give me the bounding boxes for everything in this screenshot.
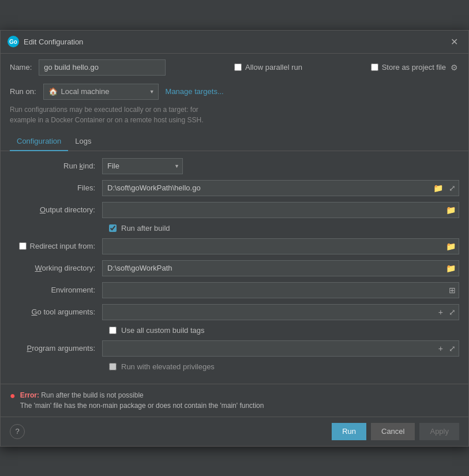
- files-row: Files: 📁 ⤢: [10, 180, 459, 196]
- working-dir-row: Working directory: 📁: [10, 260, 459, 276]
- files-label: Files:: [10, 183, 102, 192]
- custom-build-tags-label[interactable]: Use all custom build tags: [121, 326, 205, 335]
- run-on-value: Local machine: [61, 87, 110, 96]
- environment-input[interactable]: [102, 282, 459, 298]
- working-dir-folder-button[interactable]: 📁: [444, 263, 458, 274]
- cancel-button[interactable]: Cancel: [371, 423, 415, 440]
- go-icon: Go: [7, 36, 19, 47]
- store-project-label[interactable]: Store as project file: [382, 63, 446, 72]
- go-tool-args-plus-button[interactable]: +: [436, 306, 445, 318]
- working-dir-input-area: 📁: [102, 260, 459, 276]
- error-bold: Error:: [20, 391, 39, 399]
- close-button[interactable]: ✕: [447, 35, 462, 48]
- dialog-title: Edit Configuration: [24, 38, 83, 46]
- go-tool-args-buttons: + ⤢: [436, 306, 458, 318]
- allow-parallel-label[interactable]: Allow parallel run: [245, 63, 302, 72]
- error-message2: The 'main' file has the non-main package…: [20, 402, 264, 410]
- output-dir-folder-button[interactable]: 📁: [444, 204, 458, 216]
- run-kind-label: Run kind:: [10, 162, 102, 170]
- run-kind-select[interactable]: File Package Directory: [102, 158, 183, 174]
- files-input-buttons: 📁 ⤢: [431, 182, 458, 194]
- store-project-group: Store as project file ⚙: [371, 63, 459, 72]
- tabs: Configuration Logs: [1, 132, 468, 151]
- output-dir-buttons: 📁: [444, 204, 458, 216]
- program-args-label: Program arguments:: [10, 344, 102, 353]
- working-dir-input[interactable]: [102, 260, 459, 276]
- custom-build-tags-checkbox[interactable]: [109, 327, 117, 334]
- run-elevated-checkbox[interactable]: [109, 363, 117, 370]
- run-kind-row: Run kind: File Package Directory: [10, 158, 459, 174]
- output-dir-input[interactable]: [102, 202, 459, 218]
- run-button[interactable]: Run: [332, 423, 366, 440]
- go-tool-args-label: Go tool arguments:: [10, 308, 102, 316]
- environment-input-area: ⊞: [102, 282, 459, 298]
- info-line1: Run configurations may be executed local…: [10, 106, 198, 114]
- name-label: Name:: [10, 63, 32, 72]
- name-input[interactable]: [39, 59, 166, 76]
- environment-buttons: ⊞: [447, 284, 458, 296]
- tab-configuration[interactable]: Configuration: [10, 132, 68, 151]
- help-button[interactable]: ?: [10, 424, 25, 439]
- error-bar: ● Error: Run after the build is not poss…: [1, 384, 468, 417]
- files-input-area: 📁 ⤢: [102, 180, 459, 196]
- program-args-expand-button[interactable]: ⤢: [447, 343, 458, 354]
- allow-parallel-checkbox[interactable]: [234, 63, 242, 71]
- redirect-input-checkbox[interactable]: [19, 242, 27, 250]
- run-elevated-label[interactable]: Run with elevated privileges: [121, 362, 215, 371]
- redirect-input-area: 📁: [102, 238, 459, 254]
- output-dir-label: Output directory:: [10, 205, 102, 214]
- run-kind-select-wrapper: File Package Directory: [102, 158, 183, 174]
- go-tool-args-row: Go tool arguments: + ⤢: [10, 304, 459, 320]
- footer-buttons: Run Cancel Apply: [332, 423, 459, 440]
- title-bar: Go Edit Configuration ✕: [1, 31, 468, 54]
- run-after-build-row: Run after build: [10, 224, 459, 233]
- go-tool-args-input[interactable]: [102, 304, 459, 320]
- redirect-label-area: Redirect input from:: [10, 242, 102, 250]
- go-tool-args-expand-button[interactable]: ⤢: [447, 306, 458, 318]
- redirect-input-row: Redirect input from: 📁: [10, 238, 459, 254]
- custom-build-tags-row: Use all custom build tags: [10, 326, 459, 335]
- store-project-checkbox[interactable]: [371, 63, 378, 71]
- redirect-input-buttons: 📁: [444, 241, 458, 252]
- store-project-gear-button[interactable]: ⚙: [449, 63, 459, 72]
- error-icon: ●: [10, 391, 16, 401]
- output-dir-row: Output directory: 📁: [10, 202, 459, 218]
- environment-row: Environment: ⊞: [10, 282, 459, 298]
- go-tool-args-input-area: + ⤢: [102, 304, 459, 320]
- manage-targets-link[interactable]: Manage targets...: [166, 87, 224, 96]
- apply-button[interactable]: Apply: [419, 423, 459, 440]
- output-dir-input-area: 📁: [102, 202, 459, 218]
- run-on-label: Run on:: [10, 87, 36, 96]
- error-text: Error: Run after the build is not possib…: [20, 390, 264, 411]
- allow-parallel-group: Allow parallel run: [234, 63, 302, 72]
- files-input[interactable]: [102, 180, 459, 196]
- edit-configuration-dialog: Go Edit Configuration ✕ Name: Allow para…: [0, 30, 469, 447]
- files-expand-button[interactable]: ⤢: [447, 182, 458, 194]
- run-elevated-row: Run with elevated privileges: [10, 362, 459, 371]
- run-on-row: Run on: 🏠 Local machine Manage targets..…: [1, 81, 468, 102]
- files-folder-button[interactable]: 📁: [431, 182, 445, 194]
- program-args-buttons: + ⤢: [436, 343, 458, 354]
- configuration-content: Run kind: File Package Directory Files: …: [1, 151, 468, 384]
- info-line2: example in a Docker Container or on a re…: [10, 116, 204, 124]
- redirect-input-label: Redirect input from:: [30, 242, 95, 250]
- program-args-input-area: + ⤢: [102, 340, 459, 357]
- name-row: Name: Allow parallel run Store as projec…: [1, 54, 468, 81]
- redirect-folder-button[interactable]: 📁: [444, 241, 458, 252]
- run-after-build-label[interactable]: Run after build: [121, 224, 170, 233]
- redirect-input-field[interactable]: [102, 238, 459, 254]
- program-args-input[interactable]: [102, 340, 459, 357]
- working-dir-buttons: 📁: [444, 263, 458, 274]
- run-on-select[interactable]: 🏠 Local machine: [43, 84, 159, 100]
- environment-label: Environment:: [10, 286, 102, 294]
- environment-table-button[interactable]: ⊞: [447, 284, 458, 296]
- tab-logs[interactable]: Logs: [68, 132, 98, 151]
- program-args-row: Program arguments: + ⤢: [10, 340, 459, 357]
- run-after-build-checkbox[interactable]: [109, 224, 117, 232]
- footer: ? Run Cancel Apply: [1, 417, 468, 446]
- working-dir-label: Working directory:: [10, 264, 102, 272]
- title-bar-left: Go Edit Configuration: [7, 36, 83, 47]
- error-message1: Run after the build is not possible: [39, 391, 144, 399]
- run-on-info: Run configurations may be executed local…: [1, 102, 468, 130]
- program-args-plus-button[interactable]: +: [436, 343, 445, 354]
